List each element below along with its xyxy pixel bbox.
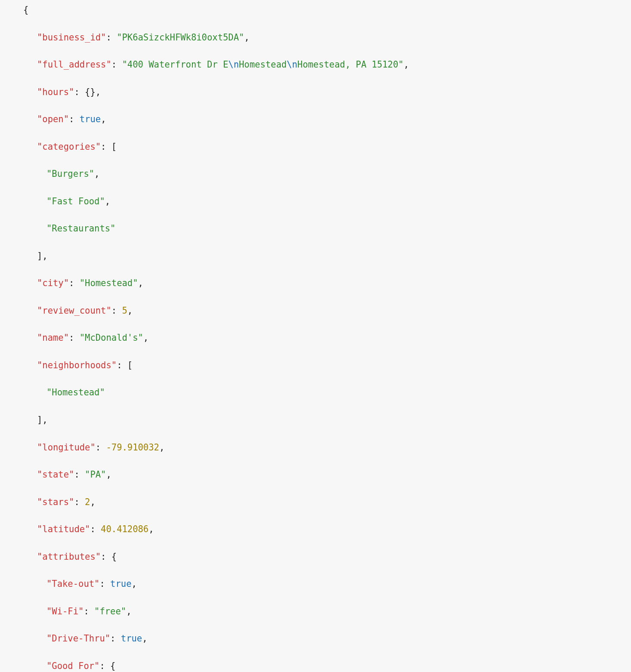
code-token: "Burgers" (46, 169, 94, 179)
code-line: "Burgers", (0, 167, 631, 181)
code-token: : (96, 442, 106, 453)
code-token: , (126, 606, 131, 617)
code-token: , (131, 579, 136, 589)
code-token: "PK6aSizckHFWk8i0oxt5DA" (117, 32, 244, 43)
json-code-block: { "business_id": "PK6aSizckHFWk8i0oxt5DA… (0, 0, 631, 672)
code-token: , (42, 251, 47, 261)
code-token: : (111, 305, 122, 316)
code-token: "free" (94, 606, 126, 617)
code-line: "Good For": { (0, 660, 631, 672)
code-line: "state": "PA", (0, 468, 631, 482)
code-token: : (111, 59, 122, 70)
code-token: , (404, 59, 409, 70)
code-token: true (80, 114, 101, 124)
code-line: "review_count": 5, (0, 304, 631, 318)
code-token: "stars" (37, 497, 74, 507)
code-token: ] (37, 251, 42, 261)
code-line: "city": "Homestead", (0, 277, 631, 290)
code-token: "neighborhoods" (37, 360, 117, 370)
code-token: : (74, 469, 85, 480)
code-line: "Homestead" (0, 386, 631, 400)
code-token: , (148, 524, 154, 534)
code-line: "business_id": "PK6aSizckHFWk8i0oxt5DA", (0, 31, 631, 45)
code-token: , (138, 278, 143, 288)
code-token: , (42, 415, 47, 425)
code-line: "longitude": -79.910032, (0, 441, 631, 455)
code-token: "open" (37, 114, 69, 124)
code-token: "Fast Food" (46, 196, 105, 207)
code-line: "stars": 2, (0, 496, 631, 509)
code-token: : (99, 661, 110, 671)
code-token: , (90, 497, 95, 507)
code-line: "Fast Food", (0, 195, 631, 209)
code-token: "name" (37, 333, 69, 343)
code-token: Homestead, PA 15120" (297, 59, 404, 70)
code-token: : (74, 497, 85, 507)
code-line: "name": "McDonald's", (0, 331, 631, 345)
code-token: "review_count" (37, 305, 111, 316)
code-token: : (84, 606, 94, 617)
code-token: : (117, 360, 127, 370)
code-token: true (121, 633, 142, 644)
code-token: "categories" (37, 142, 101, 152)
code-token: "Homestead" (46, 387, 105, 398)
code-token: "full_address" (37, 59, 111, 70)
code-token: : (110, 633, 121, 644)
code-line: ], (0, 413, 631, 427)
code-token: "400 Waterfront Dr E (122, 59, 228, 70)
code-token: { (110, 661, 115, 671)
code-token: , (142, 633, 147, 644)
code-token: : (69, 278, 80, 288)
code-token: : (101, 552, 111, 562)
code-token: 2 (85, 497, 90, 507)
code-token: : (99, 579, 110, 589)
code-line: "open": true, (0, 113, 631, 126)
code-token: {} (85, 87, 96, 97)
code-token: : (106, 32, 117, 43)
code-token: "latitude" (37, 524, 90, 534)
code-token: : (101, 142, 111, 152)
code-token: , (106, 469, 111, 480)
code-line: "Restaurants" (0, 222, 631, 236)
code-token: "PA" (85, 469, 106, 480)
code-token: , (94, 169, 99, 179)
code-token: "state" (37, 469, 74, 480)
code-line: "full_address": "400 Waterfront Dr E\nHo… (0, 58, 631, 72)
code-token: , (143, 333, 148, 343)
code-token: Homestead (239, 59, 287, 70)
code-token: { (23, 5, 28, 15)
code-token: , (101, 114, 106, 124)
code-line: ], (0, 250, 631, 263)
code-token: : (74, 87, 85, 97)
code-token: -79.910032 (106, 442, 159, 453)
code-token: , (96, 87, 101, 97)
code-token: "Drive-Thru" (46, 633, 110, 644)
code-line: "hours": {}, (0, 86, 631, 99)
code-token: "Good For" (46, 661, 99, 671)
code-token: , (105, 196, 110, 207)
code-token: 5 (122, 305, 127, 316)
code-token: : (69, 333, 80, 343)
code-line: { (0, 3, 631, 17)
code-token: "city" (37, 278, 69, 288)
code-token: "business_id" (37, 32, 106, 43)
code-token: "Wi-Fi" (46, 606, 84, 617)
code-token: : (90, 524, 101, 534)
code-token: "longitude" (37, 442, 96, 453)
code-token: , (244, 32, 249, 43)
code-line: "categories": [ (0, 140, 631, 154)
code-token: "Restaurants" (46, 223, 115, 234)
code-token: "hours" (37, 87, 74, 97)
code-token: , (127, 305, 133, 316)
code-token: : (69, 114, 80, 124)
code-token: "Homestead" (80, 278, 138, 288)
code-token: "McDonald's" (80, 333, 143, 343)
code-token: ] (37, 415, 42, 425)
code-token: \n (228, 59, 239, 70)
code-token: "attributes" (37, 552, 101, 562)
code-line: "Drive-Thru": true, (0, 632, 631, 646)
code-token: true (110, 579, 131, 589)
code-line: "Take-out": true, (0, 577, 631, 591)
code-line: "attributes": { (0, 550, 631, 564)
code-token: [ (127, 360, 133, 370)
